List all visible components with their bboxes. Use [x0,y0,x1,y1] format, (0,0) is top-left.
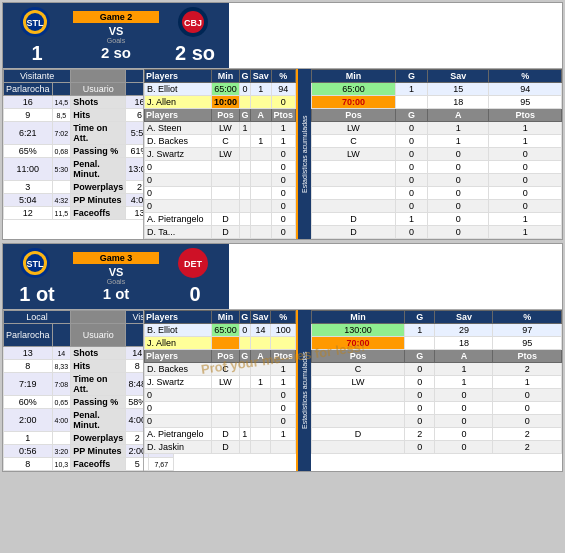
stats-section: Visitante Local Parlarocha Usuario Lisbi… [3,69,143,239]
home-team-box: STL 1 [3,3,71,68]
game-panel-game3: STL 1 ot Game 3 VS Goals 1 ot DET 0 Loca… [2,243,563,472]
home-score: 1 [31,42,42,65]
period-text: 2 so [101,44,131,61]
accumulated-stats-section: Estadísticas acumuladas Min G Sav % 130:… [298,310,562,471]
vs-text: VS [109,266,124,278]
game-center-info: Game 3 VS Goals 1 ot [71,244,161,309]
stats-section: Local Visitante Parlarocha Usuario Leon … [3,310,143,471]
away-team-box: DET 0 [161,244,229,309]
accumulated-stats-section: Estadísticas acumuladas Min G Sav % 65:0… [298,69,562,239]
game-label: Game 3 [73,252,159,264]
away-score: 0 [189,283,200,306]
players-section: Players Min G Sav % B. Elliot 65:00 0 1 … [143,69,298,239]
away-logo: CBJ [177,6,213,42]
away-score: 2 so [175,42,215,65]
home-team-box: STL 1 ot [3,244,71,309]
svg-text:STL: STL [27,259,45,269]
accumulated-label: Estadísticas acumuladas [298,69,311,239]
svg-text:STL: STL [27,18,45,28]
accumulated-table: Min G Sav % 130:00 1 29 97 70:00 18 95 P… [311,310,562,471]
vs-text: VS [109,25,124,37]
svg-text:DET: DET [184,259,203,269]
svg-text:CBJ: CBJ [184,18,202,28]
game-label: Game 2 [73,11,159,23]
period-text: 1 ot [103,285,130,302]
players-section: Players Min G Sav % B. Elliot 65:00 0 14… [143,310,298,471]
accumulated-label: Estadísticas acumuladas [298,310,311,471]
game-center-info: Game 2 VS Goals 2 so [71,3,161,68]
game-panel-game2: STL 1 Game 2 VS Goals 2 so CBJ 2 so Visi… [2,2,563,240]
accumulated-table: Min G Sav % 65:00 1 15 94 70:00 18 95 Po… [311,69,562,239]
home-score: 1 ot [19,283,55,306]
goals-label: Goals [107,278,125,285]
goals-label: Goals [107,37,125,44]
home-logo: STL [19,247,55,283]
away-logo: DET [177,247,213,283]
home-logo: STL [19,6,55,42]
away-team-box: CBJ 2 so [161,3,229,68]
